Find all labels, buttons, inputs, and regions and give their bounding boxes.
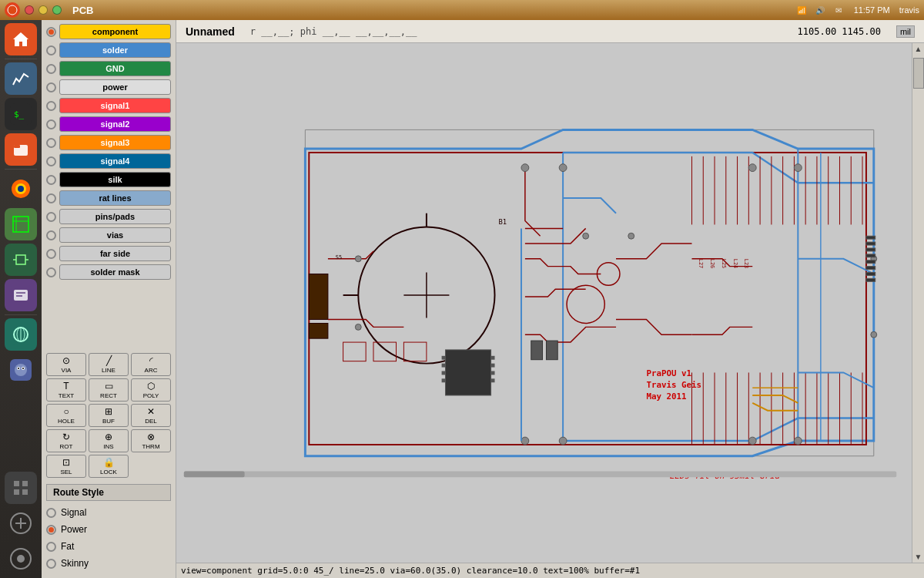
launcher-files[interactable] bbox=[5, 133, 37, 166]
route-option-power[interactable]: Power bbox=[46, 521, 171, 538]
route-radio-signal[interactable] bbox=[46, 508, 56, 518]
statusbar-text: view=component grid=5.0:0 45_/ line=25.0… bbox=[181, 566, 640, 576]
layer-row-signal1[interactable]: signal1 bbox=[46, 97, 171, 114]
tool-button-arc[interactable]: ◜ARC bbox=[131, 353, 171, 376]
scroll-down-arrow[interactable]: ▼ bbox=[913, 551, 924, 563]
tool-icon-rect: ▭ bbox=[105, 381, 113, 391]
window-close-button[interactable] bbox=[25, 5, 34, 15]
launcher-creature[interactable] bbox=[5, 354, 37, 386]
layer-row-power[interactable]: power bbox=[46, 79, 171, 96]
launcher-settings[interactable] bbox=[5, 543, 37, 575]
launcher-add[interactable] bbox=[5, 507, 37, 539]
launcher-terminal[interactable]: $_ bbox=[5, 98, 37, 130]
layer-button-soldermask[interactable]: solder mask bbox=[59, 264, 171, 280]
layer-row-pinspads[interactable]: pins/pads bbox=[46, 208, 171, 225]
vertical-scrollbar[interactable]: ▲ ▼ bbox=[912, 43, 924, 563]
launcher-grid[interactable] bbox=[5, 472, 37, 504]
route-style-header[interactable]: Route Style bbox=[46, 484, 171, 501]
window-maximize-button[interactable] bbox=[52, 5, 62, 15]
scrollbar-thumb[interactable] bbox=[913, 58, 924, 89]
layer-button-signal1[interactable]: signal1 bbox=[59, 98, 171, 113]
layer-button-ratlines[interactable]: rat lines bbox=[59, 190, 171, 206]
tool-button-del[interactable]: ✕DEL bbox=[131, 404, 171, 427]
tool-button-rect[interactable]: ▭RECT bbox=[89, 378, 129, 402]
layer-radio-solder[interactable] bbox=[46, 45, 56, 55]
layer-radio-gnd[interactable] bbox=[46, 64, 56, 74]
layer-button-gnd[interactable]: GND bbox=[59, 61, 171, 76]
layer-button-signal2[interactable]: signal2 bbox=[59, 116, 171, 132]
tool-button-via[interactable]: ⊙VIA bbox=[46, 353, 86, 376]
layer-row-signal4[interactable]: signal4 bbox=[46, 153, 171, 170]
layer-radio-silk[interactable] bbox=[46, 175, 56, 185]
layer-radio-vias[interactable] bbox=[46, 230, 56, 240]
pcb-unit-button[interactable]: mil bbox=[896, 25, 915, 38]
svg-point-105 bbox=[355, 256, 361, 262]
tool-button-text[interactable]: TTEXT bbox=[46, 378, 86, 402]
layer-radio-farside[interactable] bbox=[46, 249, 56, 259]
launcher-firefox[interactable] bbox=[5, 173, 37, 205]
layer-row-farside[interactable]: far side bbox=[46, 245, 171, 262]
layer-radio-signal3[interactable] bbox=[46, 138, 56, 148]
layer-radio-power[interactable] bbox=[46, 82, 56, 92]
tool-button-lock[interactable]: 🔒LOCK bbox=[89, 455, 129, 478]
tool-button-poly[interactable]: ⬡POLY bbox=[131, 378, 171, 402]
layer-button-vias[interactable]: vias bbox=[59, 227, 171, 243]
svg-rect-128 bbox=[531, 341, 543, 360]
layer-radio-component[interactable] bbox=[46, 27, 56, 37]
launcher-globe[interactable] bbox=[5, 318, 37, 351]
svg-rect-36 bbox=[22, 481, 28, 486]
svg-rect-86 bbox=[446, 350, 491, 395]
layer-radio-ratlines[interactable] bbox=[46, 193, 56, 203]
launcher-editor[interactable] bbox=[5, 279, 37, 311]
svg-rect-129 bbox=[546, 341, 557, 360]
layer-button-power[interactable]: power bbox=[59, 79, 171, 95]
launcher-chart[interactable] bbox=[5, 62, 37, 95]
layer-row-soldermask[interactable]: solder mask bbox=[46, 264, 171, 281]
pcb-canvas[interactable]: B1 S5 LEDs fit on 95mil Grid PraPOU v1 T… bbox=[176, 43, 924, 563]
route-option-signal[interactable]: Signal bbox=[46, 504, 171, 521]
svg-rect-52 bbox=[309, 274, 328, 319]
layer-row-ratlines[interactable]: rat lines bbox=[46, 190, 171, 207]
layer-button-component[interactable]: component bbox=[59, 24, 171, 39]
tool-button-line[interactable]: ╱LINE bbox=[89, 353, 129, 376]
layer-button-signal4[interactable]: signal4 bbox=[59, 153, 171, 169]
route-option-fat[interactable]: Fat bbox=[46, 538, 171, 555]
layer-row-signal2[interactable]: signal2 bbox=[46, 116, 171, 133]
launcher-pcb[interactable] bbox=[5, 208, 37, 240]
layer-radio-signal2[interactable] bbox=[46, 119, 56, 129]
tool-icon-via: ⊙ bbox=[62, 355, 70, 366]
layer-row-vias[interactable]: vias bbox=[46, 227, 171, 244]
layer-radio-signal4[interactable] bbox=[46, 156, 56, 166]
tool-button-hole[interactable]: ○HOLE bbox=[46, 404, 86, 427]
tool-button-rot[interactable]: ↻ROT bbox=[46, 429, 86, 452]
layer-row-silk[interactable]: silk bbox=[46, 171, 171, 188]
scroll-up-arrow[interactable]: ▲ bbox=[913, 43, 924, 55]
tool-button-buf[interactable]: ⊞BUF bbox=[89, 404, 129, 427]
route-radio-skinny[interactable] bbox=[46, 559, 56, 569]
launcher-schematic[interactable] bbox=[5, 244, 37, 276]
route-radio-fat[interactable] bbox=[46, 542, 56, 552]
layer-button-farside[interactable]: far side bbox=[59, 246, 171, 261]
tool-button-thrm[interactable]: ⊗THRM bbox=[131, 429, 171, 452]
layer-radio-soldermask[interactable] bbox=[46, 267, 56, 277]
layer-row-gnd[interactable]: GND bbox=[46, 60, 171, 77]
svg-rect-90 bbox=[442, 378, 446, 382]
layer-button-solder[interactable]: solder bbox=[59, 42, 171, 58]
layer-button-signal3[interactable]: signal3 bbox=[59, 135, 171, 150]
layer-button-silk[interactable]: silk bbox=[59, 172, 171, 187]
launcher-home[interactable] bbox=[5, 23, 37, 55]
tool-button-sel[interactable]: ⊡SEL bbox=[46, 455, 86, 478]
route-radio-power[interactable] bbox=[46, 525, 56, 535]
layer-radio-pinspads[interactable] bbox=[46, 212, 56, 222]
layer-row-solder[interactable]: solder bbox=[46, 42, 171, 59]
layer-radio-signal1[interactable] bbox=[46, 101, 56, 111]
layer-button-pinspads[interactable]: pins/pads bbox=[59, 209, 171, 224]
svg-point-102 bbox=[794, 164, 802, 172]
layer-row-signal3[interactable]: signal3 bbox=[46, 134, 171, 151]
window-minimize-button[interactable] bbox=[38, 5, 48, 15]
layer-row-component[interactable]: component bbox=[46, 23, 171, 40]
svg-text:L27: L27 bbox=[698, 259, 704, 268]
tool-button-ins[interactable]: ⊕INS bbox=[89, 429, 129, 452]
route-option-skinny[interactable]: Skinny bbox=[46, 555, 171, 572]
svg-text:Travis Geis: Travis Geis bbox=[646, 380, 701, 390]
